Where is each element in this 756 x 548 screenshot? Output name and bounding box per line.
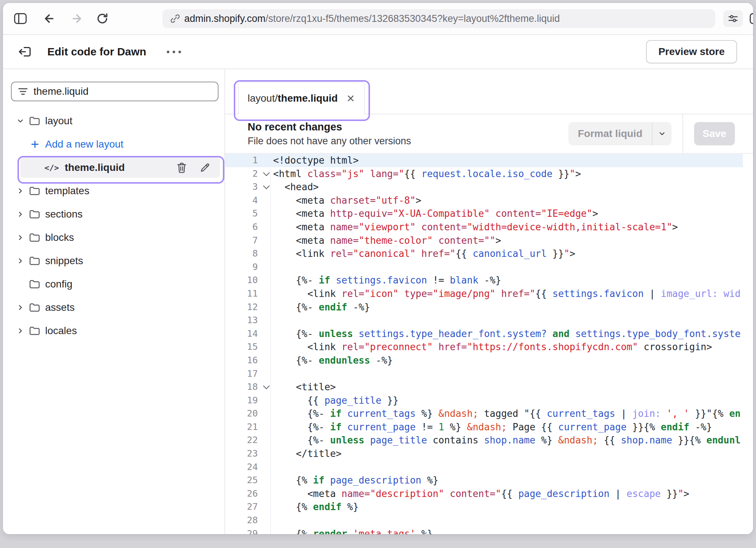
tab-bar: layout/theme.liquid [225, 69, 753, 114]
code-line[interactable]: 12 {%- endif -%} [225, 301, 753, 314]
search-input[interactable] [34, 86, 212, 97]
chevron-right-icon[interactable] [16, 327, 25, 335]
reload-icon[interactable] [96, 12, 109, 25]
sidebar-item-theme-liquid[interactable]: </> theme.liquid [20, 157, 220, 178]
line-gutter: 25 [225, 474, 270, 487]
code-line[interactable]: 17 [225, 367, 753, 381]
code-line-text: <link rel="preconnect" href="https://fon… [270, 340, 712, 354]
sidebar-item-sections[interactable]: sections [11, 204, 224, 224]
line-number: 18 [225, 380, 270, 394]
line-gutter: 21 [225, 420, 270, 434]
exit-editor-icon[interactable] [17, 45, 32, 58]
code-line[interactable]: 1<!doctype html> [225, 154, 753, 167]
line-number: 14 [225, 327, 270, 341]
code-editor[interactable]: 1<!doctype html>2<html class="js" lang="… [225, 154, 753, 534]
chevron-down-icon[interactable] [16, 117, 25, 125]
code-line-text [270, 367, 273, 381]
code-line[interactable]: 14 {%- unless settings.type_header_font.… [225, 327, 753, 341]
format-liquid-button[interactable]: Format liquid [568, 122, 652, 145]
code-line[interactable]: 5 <meta http-equiv="X-UA-Compatible" con… [225, 207, 753, 220]
folder-icon [29, 116, 40, 126]
code-line[interactable]: 20 {%- if current_tags %} &ndash; tagged… [225, 407, 753, 420]
line-gutter: 2 [225, 167, 270, 181]
chevron-right-icon[interactable] [16, 257, 25, 265]
code-line[interactable]: 13 [225, 314, 753, 327]
sidebar-item-locales[interactable]: locales [11, 321, 224, 341]
sidebar-item-layout[interactable]: layout [11, 111, 224, 131]
line-number: 9 [225, 261, 270, 274]
line-number: 11 [225, 287, 270, 301]
code-line-text: {% if page_description %} [270, 474, 438, 487]
chevron-right-icon[interactable] [16, 210, 25, 218]
folder-icon [29, 210, 40, 219]
code-line[interactable]: 9 [225, 261, 753, 274]
sidebar-item-blocks[interactable]: blocks [11, 227, 224, 248]
code-line[interactable]: 4 <meta charset="utf-8"> [225, 194, 753, 207]
sidebar-item-config[interactable]: config [11, 274, 224, 294]
code-line[interactable]: 29 {% render 'meta-tags' %} [225, 527, 753, 534]
filter-icon [17, 87, 28, 96]
code-line-text [270, 461, 273, 474]
code-line[interactable]: 25 {% if page_description %} [225, 474, 753, 487]
url-bar[interactable]: admin.shopify.com/store/rzq1xu-f5/themes… [162, 9, 715, 28]
back-icon[interactable] [43, 12, 55, 25]
file-search-box[interactable] [11, 82, 218, 101]
chevron-right-icon[interactable] [16, 234, 25, 242]
code-line[interactable]: 23 </title> [225, 447, 753, 461]
sidebar-item-assets[interactable]: assets [11, 297, 224, 318]
line-gutter: 28 [225, 514, 270, 527]
browser-tune-button[interactable] [723, 10, 743, 27]
code-line[interactable]: 3 <head> [225, 180, 753, 194]
save-button[interactable]: Save [694, 122, 735, 145]
line-number: 6 [225, 220, 270, 234]
code-line-text [270, 514, 273, 527]
preview-store-button[interactable]: Preview store [646, 40, 737, 63]
sidebar-item-templates[interactable]: templates [11, 181, 224, 201]
chevron-right-icon[interactable] [16, 304, 25, 312]
code-line[interactable]: 8 <link rel="canonical" href="{{ canonic… [225, 247, 753, 261]
sidebar-item-snippets[interactable]: snippets [11, 251, 224, 271]
code-line[interactable]: 27 {% endif %} [225, 500, 753, 514]
code-line[interactable]: 24 [225, 461, 753, 474]
tab-theme-liquid[interactable]: layout/theme.liquid [238, 82, 365, 114]
line-gutter: 15 [225, 340, 270, 354]
code-line[interactable]: 18 <title> [225, 380, 753, 394]
format-options-chevron-button[interactable] [652, 122, 672, 145]
status-title: No recent changes [248, 121, 411, 133]
chevron-right-icon[interactable] [16, 187, 25, 195]
code-line[interactable]: 6 <meta name="viewport" content="width=d… [225, 220, 753, 234]
rename-file-icon[interactable] [200, 162, 210, 173]
line-number: 19 [225, 394, 270, 407]
code-line-text: {%- unless settings.type_header_font.sys… [270, 327, 741, 341]
delete-file-icon[interactable] [176, 162, 187, 173]
line-number: 17 [225, 367, 270, 381]
code-line[interactable]: 19 {{ page_title }} [225, 394, 753, 407]
code-line-text: </title> [270, 447, 342, 461]
forward-icon[interactable] [71, 12, 83, 25]
code-line-text: {%- endif -%} [270, 301, 370, 314]
line-gutter: 29 [225, 527, 270, 534]
browser-sidebar-toggle-icon[interactable] [14, 13, 27, 24]
browser-panel-toggle-icon[interactable] [749, 13, 753, 24]
code-line[interactable]: 21 {%- if current_page != 1 %} &ndash; P… [225, 420, 753, 434]
code-line[interactable]: 26 <meta name="description" content="{{ … [225, 487, 753, 501]
line-gutter: 17 [225, 367, 270, 381]
code-line-text: <link rel="canonical" href="{{ canonical… [270, 247, 575, 261]
code-line[interactable]: 7 <meta name="theme-color" content=""> [225, 234, 753, 247]
more-actions-icon[interactable] [167, 51, 181, 53]
sidebar-item-label: templates [45, 185, 89, 197]
close-icon[interactable] [346, 94, 355, 103]
code-line[interactable]: 16 {%- endunless -%} [225, 354, 753, 367]
code-line[interactable]: 11 <link rel="icon" type="image/png" hre… [225, 287, 753, 301]
line-gutter: 16 [225, 354, 270, 367]
code-line[interactable]: 2<html class="js" lang="{{ request.local… [225, 167, 753, 181]
code-line[interactable]: 22 {%- unless page_title contains shop.n… [225, 434, 753, 447]
file-sidebar: layout Add a new layout </> theme.liquid [3, 69, 225, 534]
code-line[interactable]: 10 {%- if settings.favicon != blank -%} [225, 274, 753, 287]
line-number: 29 [225, 527, 270, 534]
add-new-layout-button[interactable]: Add a new layout [11, 134, 224, 154]
line-number: 16 [225, 354, 270, 367]
line-gutter: 23 [225, 447, 270, 461]
code-line[interactable]: 15 <link rel="preconnect" href="https://… [225, 340, 753, 354]
code-line[interactable]: 28 [225, 514, 753, 527]
